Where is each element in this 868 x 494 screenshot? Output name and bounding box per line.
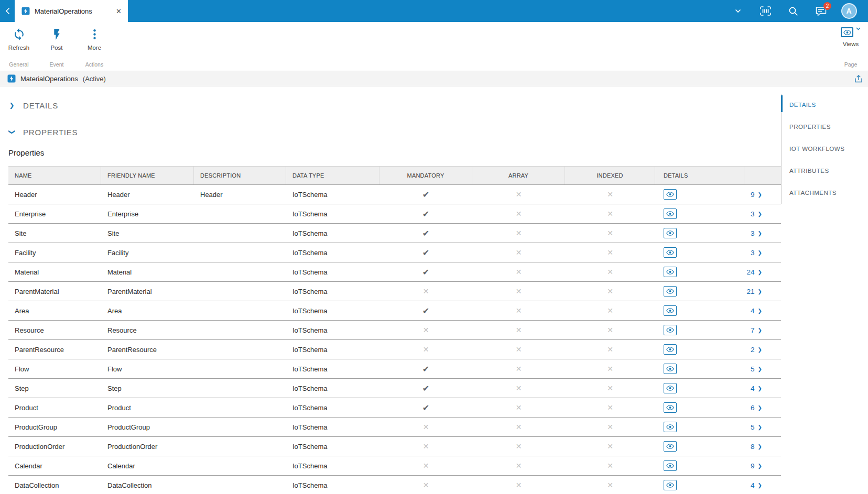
details-count-link[interactable]: 8 ❯: [744, 437, 781, 456]
details-eye-button[interactable]: [664, 460, 677, 471]
cell-indexed: ✕: [565, 418, 655, 436]
details-count-link[interactable]: 24 ❯: [744, 262, 781, 281]
app-tab[interactable]: MaterialOperations ✕: [15, 0, 128, 22]
details-count-link[interactable]: 2 ❯: [744, 340, 781, 359]
cell-description: Header: [194, 185, 286, 204]
table-row[interactable]: Flow Flow IoTSchema ✔ ✕ ✕ 5 ❯: [8, 359, 781, 379]
details-count-link[interactable]: 4 ❯: [744, 476, 781, 494]
table-row[interactable]: ParentResource ParentResource IoTSchema …: [8, 340, 781, 359]
table-row[interactable]: Step Step IoTSchema ✔ ✕ ✕ 4 ❯: [8, 379, 781, 398]
refresh-button[interactable]: Refresh: [0, 22, 38, 61]
tab-close-icon[interactable]: ✕: [116, 8, 122, 15]
cell-data-type: IoTSchema: [286, 301, 379, 320]
details-count-link[interactable]: 7 ❯: [744, 321, 781, 339]
cell-description: [194, 379, 286, 398]
column-header-data-type: DATA TYPE: [286, 167, 379, 184]
table-row[interactable]: Header Header Header IoTSchema ✔ ✕ ✕ 9 ❯: [8, 185, 781, 204]
nav-item-iot-workflows[interactable]: IOT WORKFLOWS: [782, 138, 868, 160]
cell-mandatory: ✕: [379, 282, 472, 301]
table-row[interactable]: Area Area IoTSchema ✔ ✕ ✕ 4 ❯: [8, 301, 781, 321]
table-row[interactable]: ProductGroup ProductGroup IoTSchema ✕ ✕ …: [8, 418, 781, 437]
post-button[interactable]: Post: [38, 22, 75, 61]
details-eye-button[interactable]: [664, 344, 677, 355]
topbar-icon-group: 2 A: [724, 0, 868, 22]
details-count-link[interactable]: 3 ❯: [744, 204, 781, 223]
table-row[interactable]: Calendar Calendar IoTSchema ✕ ✕ ✕ 9 ❯: [8, 456, 781, 476]
cell-mandatory: ✕: [379, 437, 472, 456]
x-icon: ✕: [607, 306, 613, 315]
details-count-link[interactable]: 9 ❯: [744, 456, 781, 475]
cell-friendly-name: Header: [101, 185, 194, 204]
x-icon: ✕: [607, 268, 613, 276]
avatar-button[interactable]: A: [835, 0, 863, 22]
nav-item-details[interactable]: DETAILS: [782, 94, 868, 116]
views-button[interactable]: Views: [841, 22, 861, 61]
details-count-link[interactable]: 4 ❯: [744, 301, 781, 320]
chevron-down-icon[interactable]: [856, 27, 861, 30]
cell-mandatory: ✔: [379, 224, 472, 243]
table-body: Header Header Header IoTSchema ✔ ✕ ✕ 9 ❯…: [8, 185, 781, 494]
table-row[interactable]: Material Material IoTSchema ✔ ✕ ✕ 24 ❯: [8, 262, 781, 282]
details-count-link[interactable]: 4 ❯: [744, 379, 781, 398]
table-row[interactable]: DataCollection DataCollection IoTSchema …: [8, 476, 781, 494]
table-row[interactable]: ProductionOrder ProductionOrder IoTSchem…: [8, 437, 781, 456]
cell-name: Header: [8, 185, 101, 204]
details-count-link[interactable]: 5 ❯: [744, 359, 781, 378]
table-row[interactable]: Facility Facility IoTSchema ✔ ✕ ✕ 3 ❯: [8, 243, 781, 262]
eye-icon: [666, 424, 674, 430]
more-button[interactable]: More: [75, 22, 113, 61]
details-eye-button[interactable]: [664, 383, 677, 393]
nav-item-properties[interactable]: PROPERTIES: [782, 116, 868, 138]
avatar[interactable]: A: [841, 3, 857, 19]
nav-item-attributes[interactable]: ATTRIBUTES: [782, 160, 868, 182]
details-count-link[interactable]: 6 ❯: [744, 398, 781, 417]
table-row[interactable]: Resource Resource IoTSchema ✕ ✕ ✕ 7 ❯: [8, 321, 781, 340]
main-area: ❯ DETAILS ❯ PROPERTIES Properties NAME F…: [0, 86, 868, 494]
open-in-window-button[interactable]: [854, 75, 863, 83]
eye-icon: [666, 230, 674, 236]
table-row[interactable]: Site Site IoTSchema ✔ ✕ ✕ 3 ❯: [8, 224, 781, 243]
table-row[interactable]: ParentMaterial ParentMaterial IoTSchema …: [8, 282, 781, 301]
details-count-link[interactable]: 9 ❯: [744, 185, 781, 204]
details-eye-button[interactable]: [664, 402, 677, 413]
details-eye-button[interactable]: [664, 189, 677, 200]
details-eye-button[interactable]: [664, 441, 677, 452]
details-eye-button[interactable]: [664, 228, 677, 238]
top-bar: MaterialOperations ✕ 2: [0, 0, 868, 22]
chevron-right-icon: ❯: [758, 191, 762, 197]
cell-data-type: IoTSchema: [286, 437, 379, 456]
chat-button[interactable]: 2: [807, 0, 835, 22]
details-eye-button[interactable]: [664, 267, 677, 277]
details-eye-button[interactable]: [664, 208, 677, 219]
details-eye-button[interactable]: [664, 247, 677, 258]
details-count-link[interactable]: 3 ❯: [744, 243, 781, 262]
details-eye-button[interactable]: [664, 305, 677, 316]
details-eye-button[interactable]: [664, 422, 677, 432]
search-button[interactable]: [779, 0, 807, 22]
cell-description: [194, 456, 286, 475]
table-row[interactable]: Product Product IoTSchema ✔ ✕ ✕ 6 ❯: [8, 398, 781, 418]
details-count-link[interactable]: 21 ❯: [744, 282, 781, 301]
cell-array: ✕: [472, 379, 565, 398]
details-eye-button[interactable]: [664, 325, 677, 335]
details-count-link[interactable]: 5 ❯: [744, 418, 781, 436]
details-eye-button[interactable]: [664, 364, 677, 374]
section-details-toggle[interactable]: ❯ DETAILS: [8, 97, 781, 113]
x-icon: ✕: [607, 423, 613, 431]
details-count-link[interactable]: 3 ❯: [744, 224, 781, 243]
nav-item-attachments[interactable]: ATTACHMENTS: [782, 182, 868, 204]
table-row[interactable]: Enterprise Enterprise IoTSchema ✔ ✕ ✕ 3 …: [8, 204, 781, 224]
chevron-down-icon: [735, 9, 741, 13]
scan-button[interactable]: [752, 0, 779, 22]
details-eye-button[interactable]: [664, 480, 677, 490]
back-button[interactable]: [0, 0, 15, 22]
x-icon: ✕: [516, 326, 522, 334]
more-label: More: [88, 45, 101, 51]
cell-indexed: ✕: [565, 379, 655, 398]
section-properties-toggle[interactable]: ❯ PROPERTIES: [8, 124, 781, 140]
details-eye-button[interactable]: [664, 286, 677, 297]
collapse-dropdown-button[interactable]: [724, 0, 752, 22]
cell-data-type: IoTSchema: [286, 282, 379, 301]
x-icon: ✕: [607, 481, 613, 489]
check-icon: ✔: [422, 267, 429, 277]
